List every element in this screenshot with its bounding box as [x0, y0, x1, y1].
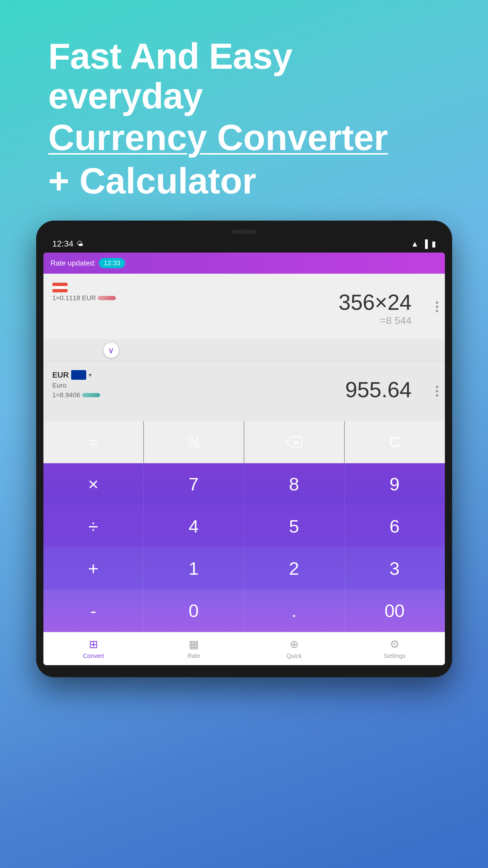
upper-menu-dots[interactable]: [436, 301, 438, 312]
button-decimal[interactable]: .: [244, 590, 344, 632]
button-00[interactable]: 00: [344, 590, 445, 632]
nav-rate-label: Rate: [187, 652, 200, 659]
backspace-button[interactable]: [244, 421, 344, 463]
multiply-button[interactable]: ×: [43, 463, 144, 505]
svg-point-1: [194, 443, 199, 447]
status-bar: 12:34 🌤 ▲ ▐ ▮: [43, 236, 445, 251]
button-0[interactable]: 0: [144, 590, 244, 632]
upper-exchange-rate: 1=0.1118 EUR: [53, 294, 116, 302]
clear-button[interactable]: C: [344, 421, 445, 463]
button-3[interactable]: 3: [344, 548, 445, 590]
rate-updated-bar: Rate updated: 12:33: [51, 258, 125, 268]
hero-line1: Fast And Easy everyday: [48, 36, 440, 116]
button-1[interactable]: 1: [144, 548, 244, 590]
lower-menu-dots[interactable]: [436, 386, 438, 397]
lower-currency-row[interactable]: EUR ▾ Euro 1=8.9406 955.64: [43, 361, 445, 421]
quick-icon: ⊕: [289, 638, 299, 651]
lower-amounts: 955.64: [53, 368, 436, 408]
percent-button[interactable]: [144, 421, 244, 463]
currency-dropdown-arrow[interactable]: ▾: [89, 371, 92, 378]
nav-quick-label: Quick: [286, 652, 302, 659]
chevron-down-icon: ∨: [108, 345, 114, 355]
subtract-button[interactable]: -: [43, 590, 144, 632]
app-header: Rate updated: 12:33: [43, 253, 445, 274]
rate-time-badge: 12:33: [99, 258, 125, 268]
nav-settings-label: Settings: [384, 652, 405, 659]
tablet-device: 12:34 🌤 ▲ ▐ ▮ Rate updated: 12:33 1=0.: [36, 221, 452, 677]
button-8[interactable]: 8: [244, 463, 344, 505]
rate-bar-teal: [82, 393, 100, 397]
button-5[interactable]: 5: [244, 505, 344, 548]
nav-settings[interactable]: ⚙ Settings: [344, 632, 445, 665]
calc-main-grid: × 7 8 9 ÷ 4 5 6 + 1 2 3 - 0 . 00: [43, 463, 445, 632]
app-screen: Rate updated: 12:33 1=0.1118 EUR 356×24 …: [43, 253, 445, 665]
upper-main-amount: 356×24: [338, 290, 411, 315]
battery-icon: ▮: [432, 239, 436, 249]
nav-rate[interactable]: ▦ Rate: [144, 632, 244, 665]
calc-top-row: = C: [43, 421, 445, 463]
equals-button[interactable]: =: [43, 421, 144, 463]
rate-icon: ▦: [189, 638, 199, 651]
swap-button[interactable]: ∨: [104, 343, 119, 358]
hero-line2: Currency Converter: [48, 116, 440, 159]
hero-section: Fast And Easy everyday Currency Converte…: [0, 0, 488, 221]
divide-button[interactable]: ÷: [43, 505, 144, 548]
lower-currency-name: Euro: [53, 381, 100, 390]
button-7[interactable]: 7: [144, 463, 244, 505]
add-button[interactable]: +: [43, 548, 144, 590]
svg-line-2: [189, 437, 199, 447]
swap-row: ∨: [43, 340, 445, 361]
button-9[interactable]: 9: [344, 463, 445, 505]
rate-bar-pink: [98, 296, 116, 300]
upper-currency-info: 1=0.1118 EUR: [53, 283, 116, 302]
eur-flag: [71, 370, 86, 380]
rate-label: Rate updated:: [51, 259, 96, 267]
lower-main-amount: 955.64: [345, 377, 411, 402]
status-time: 12:34 🌤: [53, 239, 83, 249]
upper-flag: [53, 283, 67, 292]
button-2[interactable]: 2: [244, 548, 344, 590]
lower-currency-info: EUR ▾ Euro 1=8.9406: [53, 370, 100, 399]
nav-convert-label: Convert: [83, 652, 104, 659]
nav-convert[interactable]: ⊞ Convert: [43, 632, 144, 665]
button-6[interactable]: 6: [344, 505, 445, 548]
signal-icon: ▐: [422, 239, 428, 249]
svg-point-0: [188, 437, 193, 441]
camera-notch: [232, 230, 256, 234]
status-icons: ▲ ▐ ▮: [411, 239, 435, 249]
upper-currency-row[interactable]: 1=0.1118 EUR 356×24 =8 544: [43, 274, 445, 340]
settings-icon: ⚙: [390, 638, 399, 651]
lower-exchange-rate: 1=8.9406: [53, 391, 100, 399]
upper-sub-amount: =8 544: [380, 315, 412, 327]
nav-quick[interactable]: ⊕ Quick: [244, 632, 344, 665]
hero-line3: + Calculator: [48, 159, 440, 203]
wifi-icon: ▲: [411, 239, 419, 249]
button-4[interactable]: 4: [144, 505, 244, 548]
lower-flag-row: EUR ▾: [53, 370, 100, 380]
convert-icon: ⊞: [89, 638, 98, 651]
bottom-nav: ⊞ Convert ▦ Rate ⊕ Quick ⚙ Settings: [43, 632, 445, 665]
